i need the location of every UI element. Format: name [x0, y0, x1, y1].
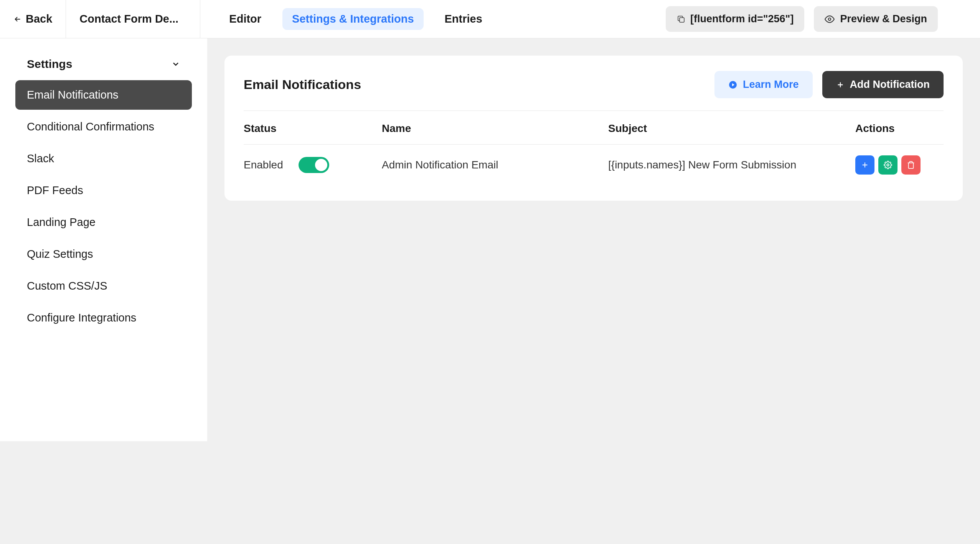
back-button[interactable]: Back — [0, 0, 66, 38]
table-header: Status Name Subject Actions — [244, 111, 944, 145]
sidebar-item-pdf-feeds[interactable]: PDF Feeds — [15, 176, 192, 205]
duplicate-button[interactable] — [855, 155, 874, 175]
edit-button[interactable] — [878, 155, 898, 175]
play-circle-icon — [728, 80, 737, 89]
svg-rect-0 — [680, 18, 684, 22]
sidebar-item-configure-integrations[interactable]: Configure Integrations — [15, 303, 192, 333]
back-label: Back — [26, 13, 52, 25]
svg-point-3 — [887, 164, 889, 166]
learn-more-button[interactable]: Learn More — [714, 71, 813, 98]
sidebar-item-landing-page[interactable]: Landing Page — [15, 208, 192, 237]
sidebar: Settings Email Notifications Conditional… — [0, 38, 207, 441]
card-actions: Learn More Add Notification — [714, 71, 944, 98]
card-title: Email Notifications — [244, 77, 361, 92]
sidebar-header-settings[interactable]: Settings — [15, 48, 192, 80]
add-notification-button[interactable]: Add Notification — [822, 71, 944, 98]
form-title[interactable]: Contact Form De... — [66, 0, 200, 38]
name-cell[interactable]: Admin Notification Email — [382, 159, 608, 171]
sidebar-item-quiz-settings[interactable]: Quiz Settings — [15, 239, 192, 269]
sidebar-item-conditional-confirmations[interactable]: Conditional Confirmations — [15, 112, 192, 142]
col-header-status: Status — [244, 122, 382, 135]
trash-icon — [907, 161, 915, 169]
arrow-left-icon — [13, 15, 22, 23]
header-right: [fluentform id="256"] Preview & Design — [666, 6, 980, 32]
actions-cell — [855, 155, 944, 175]
sidebar-item-email-notifications[interactable]: Email Notifications — [15, 80, 192, 110]
sidebar-header-label: Settings — [27, 58, 72, 71]
gear-icon — [884, 161, 892, 169]
table-row: Enabled Admin Notification Email [{input… — [244, 145, 944, 185]
preview-label: Preview & Design — [840, 13, 927, 25]
status-label: Enabled — [244, 159, 283, 171]
col-header-name: Name — [382, 122, 608, 135]
chevron-down-icon — [171, 59, 180, 69]
app-header: Back Contact Form De... Editor Settings … — [0, 0, 980, 38]
status-cell: Enabled — [244, 157, 382, 173]
copy-icon — [676, 15, 686, 24]
col-header-subject: Subject — [608, 122, 855, 135]
delete-button[interactable] — [901, 155, 921, 175]
plus-icon — [861, 161, 869, 169]
email-notifications-card: Email Notifications Learn More Add Notif… — [224, 56, 963, 201]
eye-icon — [825, 14, 835, 24]
subject-cell: [{inputs.names}] New Form Submission — [608, 159, 855, 171]
main-layout: Settings Email Notifications Conditional… — [0, 38, 980, 544]
status-toggle[interactable] — [299, 157, 329, 173]
sidebar-item-custom-css-js[interactable]: Custom CSS/JS — [15, 271, 192, 301]
shortcode-button[interactable]: [fluentform id="256"] — [666, 6, 804, 32]
sidebar-item-slack[interactable]: Slack — [15, 144, 192, 173]
preview-design-button[interactable]: Preview & Design — [814, 6, 938, 32]
tab-entries[interactable]: Entries — [435, 8, 492, 30]
main-content: Email Notifications Learn More Add Notif… — [207, 38, 980, 544]
svg-point-1 — [828, 18, 831, 20]
plus-icon — [836, 81, 845, 89]
col-header-actions: Actions — [855, 122, 944, 135]
shortcode-text: [fluentform id="256"] — [690, 13, 794, 25]
add-notification-label: Add Notification — [850, 79, 930, 91]
tab-settings-integrations[interactable]: Settings & Integrations — [282, 8, 423, 30]
header-tabs: Editor Settings & Integrations Entries — [200, 8, 666, 30]
learn-more-label: Learn More — [743, 79, 799, 91]
card-header: Email Notifications Learn More Add Notif… — [244, 71, 944, 111]
tab-editor[interactable]: Editor — [219, 8, 271, 30]
